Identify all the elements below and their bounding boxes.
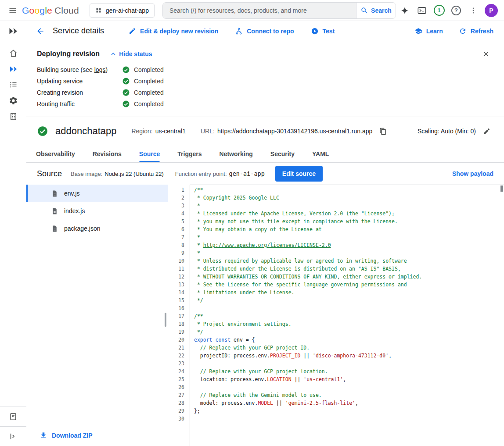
back-button[interactable] bbox=[32, 23, 48, 39]
code-line bbox=[194, 415, 504, 423]
line-number: 15 bbox=[168, 296, 184, 304]
tab-yaml[interactable]: YAML bbox=[312, 145, 329, 162]
file-item-env.js[interactable]: env.js bbox=[26, 185, 168, 202]
copy-url-button[interactable] bbox=[376, 124, 390, 138]
sidebar-item-services[interactable] bbox=[3, 77, 24, 93]
download-zip-button[interactable]: Download ZIP bbox=[26, 432, 168, 446]
line-number: 5 bbox=[168, 218, 184, 225]
connect-repo-button[interactable]: Connect to repo bbox=[235, 27, 294, 35]
tab-triggers[interactable]: Triggers bbox=[177, 145, 202, 162]
nav-rail bbox=[0, 21, 26, 446]
code-line: * See the License for the specific langu… bbox=[194, 281, 504, 289]
code-line: // Replace with the Gemini model to use. bbox=[194, 391, 504, 399]
cloud-shell-button[interactable] bbox=[414, 3, 429, 18]
region-value: us-central1 bbox=[155, 128, 186, 135]
line-number: 21 bbox=[168, 344, 184, 352]
status-label: Building source (see logs) bbox=[37, 66, 122, 73]
code-line: * Unless required by applicable law or a… bbox=[194, 257, 504, 265]
status-value: Completed bbox=[122, 100, 164, 108]
code-line: * Copyright 2025 Google LLC bbox=[194, 194, 504, 202]
back-arrow-icon bbox=[36, 27, 45, 36]
cloud-run-icon bbox=[8, 26, 18, 36]
deploy-status-rows: Building source (see logs)CompletedUpdat… bbox=[37, 64, 493, 110]
code-line: projectID: process.env.PROJECT_ID || 'di… bbox=[194, 352, 504, 360]
status-row: Creating revisionCompleted bbox=[37, 87, 493, 98]
search-input[interactable] bbox=[163, 3, 356, 18]
tab-networking[interactable]: Networking bbox=[220, 145, 253, 162]
test-button[interactable]: Test bbox=[311, 27, 335, 35]
gemini-button[interactable] bbox=[397, 3, 412, 18]
hamburger-icon bbox=[8, 6, 17, 15]
sidebar-item-integrations[interactable] bbox=[3, 93, 24, 108]
code-line bbox=[194, 360, 504, 368]
code-line: location: process.env.LOCATION || 'us-ce… bbox=[194, 375, 504, 383]
hide-status-button[interactable]: Hide status bbox=[109, 50, 152, 58]
help-button[interactable]: ? bbox=[449, 3, 464, 18]
refresh-button[interactable]: Refresh bbox=[459, 27, 493, 35]
code-line: * bbox=[194, 249, 504, 257]
entry-point: Function entry point: gen-ai-app bbox=[175, 170, 265, 177]
sidebar-item-home[interactable] bbox=[3, 45, 24, 61]
line-number: 8 bbox=[168, 241, 184, 249]
service-toolbar: Service details Edit & deploy new revisi… bbox=[26, 21, 504, 41]
edit-deploy-label: Edit & deploy new revision bbox=[140, 28, 218, 35]
release-notes-button[interactable] bbox=[3, 407, 24, 426]
status-row: Routing trafficCompleted bbox=[37, 98, 493, 110]
tab-observability[interactable]: Observability bbox=[36, 145, 75, 162]
release-notes-icon bbox=[9, 412, 18, 421]
service-status-icon bbox=[37, 125, 48, 137]
status-row: Updating serviceCompleted bbox=[37, 75, 493, 87]
close-status-button[interactable] bbox=[479, 46, 493, 61]
code-line: */ bbox=[194, 296, 504, 304]
search-bar: Search bbox=[162, 2, 396, 19]
editor-code[interactable]: /** * Copyright 2025 Google LLC * * Lice… bbox=[190, 185, 504, 446]
connect-repo-label: Connect to repo bbox=[247, 28, 294, 35]
learn-button[interactable]: Learn bbox=[414, 27, 443, 35]
line-number: 28 bbox=[168, 399, 184, 407]
sidebar-item-cloud-run[interactable] bbox=[3, 61, 24, 77]
cloud-run-product-logo bbox=[0, 21, 26, 41]
edit-deploy-button[interactable]: Edit & deploy new revision bbox=[129, 27, 218, 35]
code-line: * bbox=[194, 233, 504, 241]
project-picker[interactable]: gen-ai-chat-app bbox=[90, 4, 155, 18]
status-row: Building source (see logs)Completed bbox=[37, 64, 493, 75]
search-button[interactable]: Search bbox=[356, 3, 396, 18]
expand-panel-button[interactable] bbox=[3, 427, 24, 446]
editor-scrollbar[interactable] bbox=[500, 186, 503, 192]
code-line: // Replace with your GCP project ID. bbox=[194, 344, 504, 352]
search-button-label: Search bbox=[371, 7, 392, 14]
line-number: 23 bbox=[168, 360, 184, 368]
code-line: * WITHOUT WARRANTIES OR CONDITIONS OF AN… bbox=[194, 273, 504, 281]
region-label: Region: bbox=[131, 128, 152, 135]
service-url: URL: https://addonchatapp-301439142196.u… bbox=[201, 124, 390, 138]
logs-link[interactable]: logs bbox=[94, 66, 106, 73]
file-list-scrollbar[interactable] bbox=[165, 313, 166, 327]
pencil-icon bbox=[129, 27, 136, 35]
line-number: 29 bbox=[168, 407, 184, 415]
rail-nav bbox=[3, 45, 24, 124]
code-line bbox=[194, 383, 504, 391]
file-item-index.js[interactable]: index.js bbox=[26, 202, 168, 220]
edit-source-button[interactable]: Edit source bbox=[275, 166, 323, 182]
tab-revisions[interactable]: Revisions bbox=[93, 145, 122, 162]
tab-security[interactable]: Security bbox=[270, 145, 295, 162]
notification-badge: 1 bbox=[434, 5, 445, 16]
toolbar-actions: Edit & deploy new revision Connect to re… bbox=[129, 27, 335, 35]
file-item-package.json[interactable]: package.json bbox=[26, 220, 168, 237]
code-line: /** bbox=[194, 186, 504, 194]
top-app-bar: Google Cloud gen-ai-chat-app Search 1 bbox=[0, 0, 504, 21]
show-payload-link[interactable]: Show payload bbox=[452, 170, 493, 177]
menu-button[interactable] bbox=[5, 3, 20, 18]
code-editor[interactable]: 1234567891011121314151617181920212223242… bbox=[168, 185, 504, 446]
account-avatar[interactable]: P bbox=[485, 4, 498, 17]
tab-source[interactable]: Source bbox=[139, 145, 160, 162]
google-cloud-logo: Google Cloud bbox=[22, 5, 79, 16]
code-line: // Replace with your GCP project locatio… bbox=[194, 368, 504, 375]
more-button[interactable] bbox=[466, 3, 481, 18]
notifications-button[interactable]: 1 bbox=[432, 3, 446, 18]
line-number: 11 bbox=[168, 265, 184, 273]
home-icon bbox=[9, 49, 18, 58]
edit-scaling-button[interactable] bbox=[479, 124, 493, 138]
sidebar-item-organization[interactable] bbox=[3, 108, 24, 124]
line-number: 17 bbox=[168, 312, 184, 320]
